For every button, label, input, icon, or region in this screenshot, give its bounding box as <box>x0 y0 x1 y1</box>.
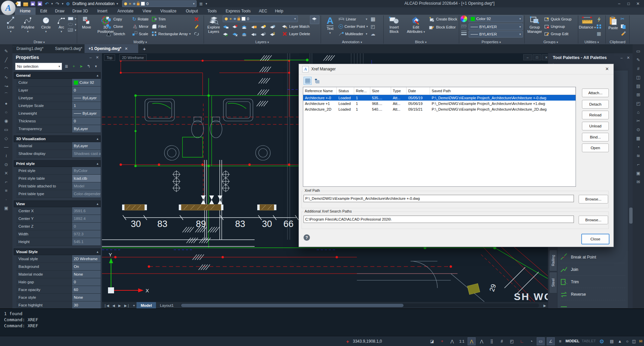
tool-palettes-close-icon[interactable]: ✕ <box>626 55 631 60</box>
xref-row-architecture-2d[interactable]: Architecture_2DLoaded 1540.... Att...09/… <box>303 106 576 112</box>
workspace-label[interactable]: Drafting and Annotation <box>72 1 114 6</box>
layer-lock-icon[interactable] <box>137 3 140 5</box>
layer-on-off-icon[interactable] <box>260 24 266 29</box>
insert-block-button[interactable]: Insert Block <box>386 16 402 34</box>
snap-corner-icon[interactable]: ◰ <box>508 337 516 345</box>
xref-path-browse-button[interactable]: Browse... <box>579 195 608 204</box>
right-tool-hash-icon[interactable]: # <box>637 66 639 71</box>
redo-dropdown-icon[interactable]: ▾ <box>62 2 64 5</box>
ribbon-layer-snowflake-icon[interactable]: ❄ <box>233 17 236 21</box>
prop-row-center-z[interactable]: Center Z0 <box>16 223 101 230</box>
settings-gear-icon[interactable]: ⚙ <box>598 337 606 345</box>
ribbon-layer-on-icon[interactable] <box>225 17 228 20</box>
autoscale-icon[interactable]: ⋀ <box>478 337 486 345</box>
properties-filter-icon[interactable]: ▼ <box>93 63 99 69</box>
tab-annotate[interactable]: Annotate <box>113 7 138 15</box>
next-layout-icon[interactable]: ▶ <box>117 304 123 307</box>
arc-dropdown-icon[interactable]: ▾ <box>61 30 62 34</box>
attach-button[interactable]: Attach... <box>582 89 609 97</box>
left-tool-pencil-icon[interactable]: ✎ <box>4 49 8 53</box>
prop-row-print-table-attached[interactable]: Print table attached toModel <box>16 182 101 190</box>
xref-dialog-titlebar[interactable]: A Xref Manager ✕ <box>299 64 613 74</box>
prop-row-color[interactable]: ColorColor 92 <box>16 79 101 86</box>
palette-item-break-at-point[interactable]: Break at Point <box>560 251 625 263</box>
layer-off-icon[interactable] <box>260 32 266 36</box>
ribbon-layer-dropdown-icon[interactable]: ▾ <box>294 17 296 20</box>
prop-row-layer[interactable]: Layer0 <box>16 86 101 94</box>
drawing-standards-icon[interactable]: ▤ <box>608 337 616 345</box>
prop-row-shadow-display[interactable]: Shadow displayShadows cast and r... <box>16 150 101 158</box>
group-manager-button[interactable]: Group Manager <box>527 16 542 34</box>
palette-item-reverse[interactable]: Reverse <box>560 289 625 300</box>
prop-row-height[interactable]: Height545.1 <box>16 238 101 246</box>
layer-thaw-all-icon[interactable] <box>270 32 276 36</box>
section-3d-header[interactable]: 3D Visualization▴ <box>14 135 101 142</box>
col-references[interactable]: Refe... <box>354 87 370 95</box>
rect-array-dropdown-icon[interactable]: ▾ <box>189 32 191 36</box>
left-tool-point-icon[interactable]: ● <box>5 101 8 106</box>
prop-row-halo-gap[interactable]: Halo gap0 <box>16 278 101 286</box>
polar-tracking-icon[interactable]: ◔ <box>527 337 535 345</box>
match-properties-brush-icon[interactable] <box>621 31 626 36</box>
draw-group-label[interactable]: Draw ▾ <box>2 40 76 44</box>
multileader-button[interactable]: Multileader ▾ <box>338 31 367 37</box>
layer-quick-combo[interactable]: ☀ ❄ 0 ▾ <box>122 0 197 7</box>
close-window-icon[interactable]: ✕ <box>633 0 643 7</box>
text-dropdown-icon[interactable]: ▾ <box>329 31 331 35</box>
right-tool-target-icon[interactable]: ⊙ <box>637 127 640 132</box>
isolate-objects-icon[interactable]: ▲ <box>616 337 624 345</box>
add-selection-icon[interactable]: + <box>71 63 77 69</box>
col-saved-path[interactable]: Saved Path <box>430 87 576 95</box>
xref-table[interactable]: Reference Name Status Refe... Size Type … <box>303 87 576 187</box>
lineweight-dropdown-icon[interactable]: ▾ <box>519 25 521 28</box>
tab-tools[interactable]: Tools <box>203 7 221 15</box>
prev-layout-icon[interactable]: ◀ <box>111 304 117 307</box>
right-tool-corner-icon[interactable]: ◰ <box>636 101 640 106</box>
rectangle-tool-icon[interactable] <box>68 17 74 21</box>
close-dialog-button[interactable]: Close <box>581 234 609 244</box>
hatch-dropdown-icon[interactable]: ▾ <box>75 28 76 32</box>
layer-set-current-icon[interactable] <box>223 24 229 29</box>
left-tool-arc2-icon[interactable]: ⌒ <box>4 93 8 97</box>
rectangular-array-button[interactable]: Rectangular Array ▾ <box>152 31 191 37</box>
prop-row-face-highlight[interactable]: Face highlight30 <box>16 301 101 309</box>
left-tool-line-icon[interactable]: ╱ <box>5 58 8 62</box>
layer-previous-icon[interactable]: ≣ <box>199 1 204 6</box>
prop-row-print-style-table[interactable]: Print style tablelcad.ctb <box>16 175 101 182</box>
first-layout-icon[interactable]: ❘◀ <box>102 304 111 307</box>
prop-row-print-table-type[interactable]: Print table typeColor-dependent pri... <box>16 190 101 198</box>
multileader-dropdown-icon[interactable]: ▾ <box>366 32 367 36</box>
properties-minimize-icon[interactable]: – <box>88 55 93 60</box>
edit-attributes-dropdown-icon[interactable]: ▾ <box>424 30 425 34</box>
selection-filter-combo[interactable]: No selection ▾ <box>15 63 62 70</box>
ortho-mode-icon[interactable]: ∟ <box>518 337 526 345</box>
layer-combo-dropdown-icon[interactable]: ▾ <box>193 2 195 5</box>
doc-tab-sampler3[interactable]: Sampler3.dwg* <box>51 44 86 53</box>
table-button[interactable]: ▦ <box>371 16 375 22</box>
linetype-combo[interactable]: BYLAYER ▾ <box>469 31 523 38</box>
help-icon[interactable]: ? <box>304 234 310 241</box>
explode-button[interactable] <box>194 23 199 30</box>
xref-row-architecture-1[interactable]: Architecture +1Loaded 1968.... Att...05/… <box>303 101 576 106</box>
left-tool-block-icon[interactable]: ▣ <box>4 206 8 210</box>
layer-delete-button[interactable]: Layer Delete <box>282 31 310 37</box>
layer-freeze-icon[interactable]: ☀ <box>128 2 131 6</box>
crosshair-toggle-icon[interactable]: + <box>438 337 446 345</box>
quick-group-button[interactable]: Quick Group <box>544 16 572 22</box>
linetype-icon[interactable] <box>461 24 467 29</box>
left-tool-donut-icon[interactable]: ◉ <box>4 119 8 123</box>
minimize-window-icon[interactable]: – <box>614 0 624 7</box>
block-editor-button[interactable]: Block Editor <box>429 24 456 30</box>
right-tool-pencil-icon[interactable]: ✎ <box>637 58 640 62</box>
line-button[interactable]: Line▾ <box>4 16 17 34</box>
layer-lock-tool-icon[interactable] <box>251 24 257 29</box>
linear-dropdown-icon[interactable]: ▾ <box>366 17 367 21</box>
left-tool-segment-icon[interactable]: — <box>4 145 8 149</box>
layer-unlock-icon[interactable] <box>251 32 257 36</box>
tab-visualize[interactable]: Visualize <box>156 7 180 15</box>
toggle-pickadd-icon[interactable]: ↰ <box>86 63 92 69</box>
annotation-group-label[interactable]: Annotation ▾ <box>321 40 383 44</box>
palette-item-trim[interactable]: Trim <box>560 276 625 288</box>
layer-tools-dropdown-icon[interactable]: ▾ <box>206 2 207 5</box>
edit-attributes-button[interactable]: Edit Attributes ▾ <box>405 16 427 34</box>
